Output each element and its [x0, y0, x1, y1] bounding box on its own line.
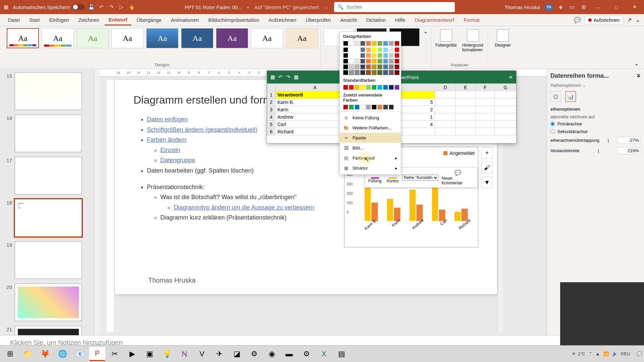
fill-options-icon[interactable]: ⬠ — [550, 91, 561, 102]
slide-thumbnail[interactable] — [15, 157, 82, 194]
color-swatch[interactable] — [349, 85, 354, 90]
color-swatch[interactable] — [394, 64, 399, 69]
color-swatch[interactable] — [355, 41, 360, 46]
slide-thumbnail[interactable] — [15, 284, 82, 321]
gradient-fill-item[interactable]: ▨Farbverlauf▸ — [340, 153, 401, 163]
color-swatch[interactable] — [372, 47, 377, 52]
color-swatch[interactable] — [389, 59, 394, 64]
color-swatch[interactable] — [343, 41, 348, 46]
bullet-link[interactable]: Diagrammtyp ändern um die Aussage zu ver… — [174, 204, 314, 211]
comments-icon[interactable]: 💬 — [574, 17, 581, 23]
tab-hilfe[interactable]: Hilfe — [391, 15, 409, 25]
color-swatch[interactable] — [366, 47, 371, 52]
chart-legend[interactable]: Angemeldet — [443, 150, 475, 156]
color-swatch[interactable] — [389, 53, 394, 58]
tab-zeichnen[interactable]: Zeichnen — [74, 15, 103, 25]
share-icon[interactable]: ↗ — [627, 17, 632, 23]
color-swatch[interactable] — [383, 105, 388, 110]
color-swatch[interactable] — [366, 53, 371, 58]
designer-button[interactable]: Designer — [491, 28, 515, 49]
excel-icon[interactable]: X — [316, 347, 332, 361]
theme-thumbnail[interactable]: Aa — [111, 28, 144, 48]
bullet-link[interactable]: Schriftgrößen ändern (gesamt/individuell… — [147, 126, 257, 133]
color-swatch[interactable] — [377, 53, 382, 58]
color-swatch[interactable] — [360, 64, 365, 69]
tab-format[interactable]: Format — [460, 15, 484, 25]
tab-einfuegen[interactable]: Einfügen — [45, 15, 73, 25]
tab-aufzeichnen[interactable]: Aufzeichnen — [265, 15, 301, 25]
color-swatch[interactable] — [343, 105, 348, 110]
format-background-button[interactable]: Hintergrund formatieren — [461, 28, 485, 54]
thumbnail-panel[interactable]: 15 16 17 18▬▬▬▪▪▪📊 19 20 21 22 23 24 — [0, 69, 94, 335]
color-swatch[interactable] — [377, 85, 382, 90]
outlook-icon[interactable]: 📧 — [72, 347, 88, 361]
tab-datei[interactable]: Datei — [4, 15, 24, 25]
more-colors-item[interactable]: 🎨Weitere Füllfarben... — [340, 123, 401, 133]
autosave-toggle[interactable]: Automatisches Speichern — [13, 4, 85, 10]
color-swatch[interactable] — [372, 41, 377, 46]
color-swatch[interactable] — [349, 70, 354, 75]
color-swatch[interactable] — [372, 85, 377, 90]
no-fill-item[interactable]: ⊘Keine Füllung — [340, 113, 401, 123]
color-swatch[interactable] — [349, 47, 354, 52]
color-swatch[interactable] — [377, 64, 382, 69]
color-swatch[interactable] — [355, 47, 360, 52]
color-swatch[interactable] — [383, 41, 388, 46]
onenote-icon[interactable]: N — [176, 347, 193, 361]
explorer-icon[interactable]: 📁 — [19, 347, 36, 361]
bullet-link[interactable]: Daten einfügen — [147, 116, 188, 123]
tab-ueberpruefen[interactable]: Überprüfen — [302, 15, 335, 25]
search-box[interactable]: 🔍 — [334, 2, 455, 12]
chrome-icon[interactable]: 🌐 — [54, 347, 70, 361]
color-swatch[interactable] — [377, 70, 382, 75]
color-swatch[interactable] — [355, 53, 360, 58]
thumb-scrollbar[interactable] — [94, 69, 100, 335]
color-swatch[interactable] — [383, 59, 388, 64]
color-swatch[interactable] — [360, 47, 365, 52]
color-swatch[interactable] — [349, 105, 354, 110]
color-swatch[interactable] — [366, 70, 371, 75]
tab-dictation[interactable]: Dictation — [362, 15, 390, 25]
app-icon-2[interactable]: 💡 — [159, 347, 175, 361]
slide-thumbnail[interactable]: ▬▬▬▪▪▪📊 — [15, 199, 82, 237]
tray-icon[interactable]: ▲ — [596, 351, 600, 356]
color-swatch[interactable] — [343, 85, 348, 90]
close-button[interactable]: ✕ — [628, 2, 641, 12]
color-swatch[interactable] — [394, 85, 399, 90]
color-swatch[interactable] — [389, 105, 394, 110]
chart-filters-button[interactable]: ▼ — [481, 177, 493, 188]
theme-thumbnail[interactable]: Aa — [181, 28, 213, 48]
theme-thumbnail[interactable]: Aa — [42, 28, 74, 48]
language-indicator[interactable]: DEU — [621, 351, 630, 356]
color-swatch[interactable] — [360, 59, 365, 64]
notifications-icon[interactable]: 💬 — [637, 351, 642, 356]
color-swatch[interactable] — [383, 64, 388, 69]
primary-axis-radio[interactable] — [550, 122, 555, 126]
tab-diagrammentwurf[interactable]: Diagrammentwurf — [411, 15, 458, 25]
excel-redo-icon[interactable]: ↷ — [286, 74, 290, 80]
app-icon-5[interactable]: ◉ — [264, 347, 280, 361]
texture-fill-item[interactable]: ▦Struktur▸ — [340, 163, 401, 173]
color-swatch[interactable] — [355, 70, 360, 75]
tab-bildschirmpraesentation[interactable]: Bildschirmpräsentation — [204, 15, 263, 25]
secondary-axis-radio[interactable] — [550, 129, 555, 134]
color-swatch[interactable] — [360, 105, 365, 110]
theme-thumbnail[interactable]: Aa — [7, 28, 39, 48]
color-swatch[interactable] — [389, 41, 394, 46]
series-options-dropdown[interactable]: Reihenoptionen ⌄ — [550, 83, 641, 88]
color-swatch[interactable] — [343, 47, 348, 52]
tab-ansicht[interactable]: Ansicht — [336, 15, 361, 25]
window-icon[interactable]: ⊞ — [580, 4, 587, 10]
firefox-icon[interactable]: 🦊 — [37, 347, 53, 361]
excel-close-button[interactable]: × — [509, 73, 513, 81]
new-comment-button[interactable]: 💬Neuer Kommentar — [440, 169, 476, 186]
slide-size-button[interactable]: Foliengröße — [434, 28, 458, 49]
color-swatch[interactable] — [366, 85, 371, 90]
slide-thumbnail[interactable] — [15, 115, 82, 152]
chart-styles-button[interactable]: 🖌 — [481, 162, 493, 173]
color-swatch[interactable] — [360, 41, 365, 46]
tab-entwurf[interactable]: Entwurf — [105, 15, 131, 25]
weather-widget[interactable]: ☀1°C — [572, 351, 585, 356]
snip-icon[interactable]: ✂ — [107, 347, 123, 361]
color-swatch[interactable] — [372, 53, 377, 58]
